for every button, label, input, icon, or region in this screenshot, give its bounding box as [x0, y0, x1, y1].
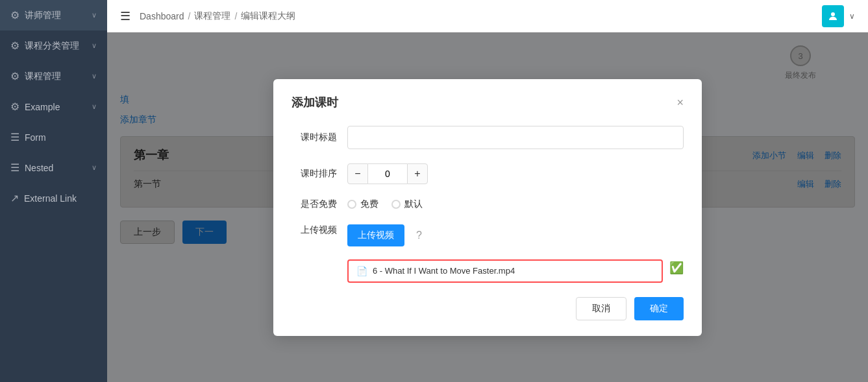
file-item: 📄 6 - What If I Want to Move Faster.mp4 [347, 259, 663, 283]
sidebar-item-teacher[interactable]: ⚙ 讲师管理 ∨ [0, 0, 107, 30]
radio-free-label: 免费 [360, 198, 378, 210]
number-stepper: − + [347, 163, 428, 184]
sidebar-item-label-3: 课程管理 [25, 71, 61, 82]
gear-icon-2: ⚙ [10, 40, 19, 52]
gear-icon-4: ⚙ [10, 101, 19, 113]
breadcrumb: ☰ Dashboard / 课程管理 / 编辑课程大纲 [120, 9, 295, 23]
form-icon: ☰ [10, 131, 19, 143]
order-input[interactable] [368, 163, 407, 184]
order-label: 课时排序 [291, 168, 337, 180]
file-icon: 📄 [356, 266, 367, 276]
chevron-down-icon: ∨ [92, 11, 97, 19]
help-icon[interactable]: ? [416, 230, 422, 241]
order-form-row: 课时排序 − + [291, 163, 684, 184]
radio-group: 免费 默认 [347, 198, 423, 210]
breadcrumb-current: 编辑课程大纲 [241, 10, 295, 22]
nested-icon: ☰ [10, 161, 19, 174]
sidebar-item-label-4: Example [25, 102, 60, 112]
free-form-row: 是否免费 免费 默认 [291, 198, 684, 210]
svg-point-0 [831, 12, 835, 16]
upload-button[interactable]: 上传视频 [347, 224, 404, 246]
title-form-row: 课时标题 [291, 126, 684, 149]
success-icon: ✅ [669, 261, 684, 275]
header: ☰ Dashboard / 课程管理 / 编辑课程大纲 ∨ [107, 0, 868, 32]
chevron-down-icon-user[interactable]: ∨ [849, 12, 855, 21]
upload-content: 上传视频 ? 📄 6 - What If I Want to Move Fast… [347, 224, 684, 283]
breadcrumb-sep1: / [188, 11, 191, 21]
gear-icon: ⚙ [10, 9, 19, 21]
upload-label: 上传视频 [291, 224, 337, 236]
breadcrumb-middle[interactable]: 课程管理 [194, 10, 230, 22]
modal-footer: 取消 确定 [291, 297, 684, 320]
sidebar-item-label-5: Form [25, 132, 46, 143]
upload-form-row: 上传视频 上传视频 ? 📄 6 - What If I Want to Move… [291, 224, 684, 283]
sidebar-item-label-2: 课程分类管理 [25, 40, 79, 52]
free-label: 是否免费 [291, 198, 337, 210]
gear-icon-3: ⚙ [10, 70, 19, 82]
chevron-down-icon-4: ∨ [92, 102, 97, 111]
main-content: ☰ Dashboard / 课程管理 / 编辑课程大纲 ∨ 3 最终发布 [107, 0, 868, 382]
file-name-text: 6 - What If I Want to Move Faster.mp4 [373, 266, 515, 276]
decrement-button[interactable]: − [347, 163, 368, 184]
chevron-down-icon-5: ∨ [92, 163, 97, 172]
sidebar-item-course-category[interactable]: ⚙ 课程分类管理 ∨ [0, 30, 107, 61]
sidebar: ⚙ 讲师管理 ∨ ⚙ 课程分类管理 ∨ ⚙ 课程管理 ∨ ⚙ Example ∨… [0, 0, 107, 382]
sidebar-item-form[interactable]: ☰ Form [0, 122, 107, 152]
breadcrumb-home[interactable]: Dashboard [140, 11, 184, 21]
sidebar-item-course-manage[interactable]: ⚙ 课程管理 ∨ [0, 61, 107, 91]
cancel-button[interactable]: 取消 [576, 297, 626, 320]
sidebar-item-external-link[interactable]: ↗ External Link [0, 183, 107, 213]
breadcrumb-sep2: / [234, 11, 237, 21]
file-name: 📄 6 - What If I Want to Move Faster.mp4 [356, 266, 515, 276]
sidebar-item-nested[interactable]: ☰ Nested ∨ [0, 152, 107, 183]
modal-overlay: 添加课时 × 课时标题 课时排序 − + [107, 32, 868, 382]
modal: 添加课时 × 课时标题 课时排序 − + [273, 79, 702, 336]
sidebar-item-label-7: External Link [24, 193, 77, 204]
modal-header: 添加课时 × [291, 95, 684, 110]
menu-icon[interactable]: ☰ [120, 9, 130, 23]
sidebar-item-label-6: Nested [25, 163, 53, 173]
increment-button[interactable]: + [407, 163, 428, 184]
sidebar-item-example[interactable]: ⚙ Example ∨ [0, 91, 107, 122]
radio-default[interactable]: 默认 [391, 198, 423, 210]
radio-default-label: 默认 [404, 198, 423, 210]
radio-circle-default [391, 200, 401, 209]
chevron-down-icon-3: ∨ [92, 72, 97, 80]
confirm-button[interactable]: 确定 [634, 297, 684, 320]
title-input[interactable] [347, 126, 684, 149]
radio-circle-free [347, 200, 356, 209]
avatar[interactable] [822, 5, 844, 27]
external-link-icon: ↗ [10, 192, 19, 204]
modal-title: 添加课时 [291, 95, 338, 110]
title-label: 课时标题 [291, 132, 337, 143]
chevron-down-icon-2: ∨ [92, 42, 97, 50]
modal-close-button[interactable]: × [676, 97, 684, 108]
radio-free[interactable]: 免费 [347, 198, 378, 210]
sidebar-item-label: 讲师管理 [25, 10, 61, 21]
